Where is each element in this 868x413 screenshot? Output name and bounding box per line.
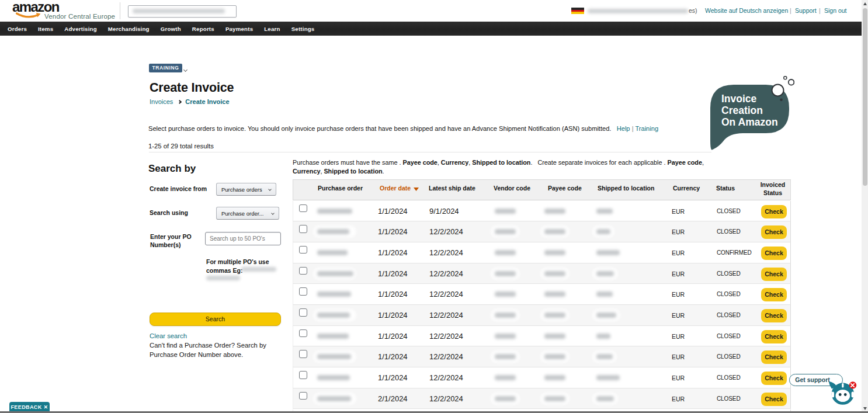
svg-text:Creation: Creation — [721, 105, 763, 116]
svg-text:Invoice: Invoice — [721, 93, 757, 105]
svg-text:On Amazon: On Amazon — [721, 116, 778, 128]
